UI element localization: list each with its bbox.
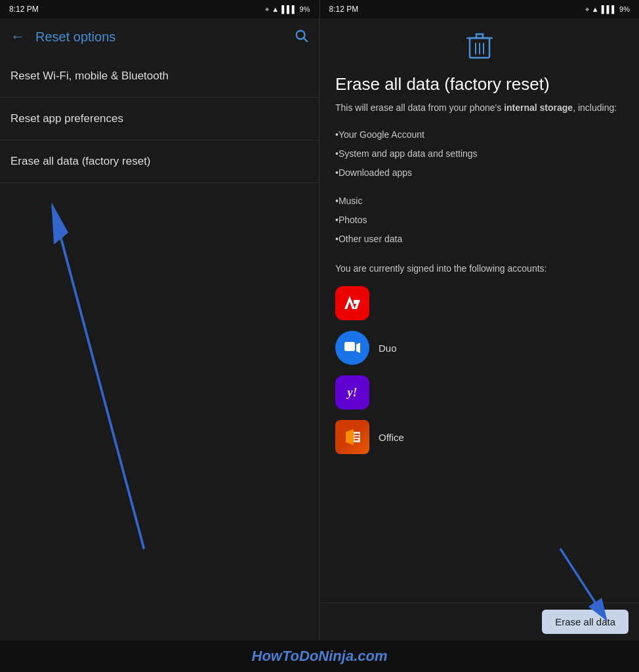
status-icons-left: ⌖ ▲ ▌▌▌ 9%: [265, 5, 310, 14]
data-items-list: •Your Google Account •System and app dat…: [335, 125, 623, 249]
office-label: Office: [379, 432, 404, 443]
factory-reset-description: This will erase all data from your phone…: [335, 101, 623, 115]
battery-label: 9%: [300, 5, 310, 13]
data-item-music: •Music: [335, 192, 623, 211]
trash-icon: [466, 32, 493, 66]
wifi-icon: ▲: [272, 5, 279, 13]
status-bar: 8:12 PM ⌖ ▲ ▌▌▌ 9% 8:12 PM ⌖ ▲ ▌▌▌ 9%: [0, 0, 639, 18]
svg-line-1: [304, 38, 307, 41]
menu-item-wifi[interactable]: Reset Wi-Fi, mobile & Bluetooth: [0, 55, 319, 98]
watermark-text: HowToDoNinja.com: [252, 648, 388, 665]
annotation-layer-left: [0, 183, 319, 640]
menu-item-factory-reset[interactable]: Erase all data (factory reset): [0, 140, 319, 183]
data-item-google: •Your Google Account: [335, 125, 623, 144]
wifi-icon-r: ▲: [592, 5, 599, 13]
watermark-bar: HowToDoNinja.com: [0, 640, 639, 672]
screen-left: ← Reset options Reset Wi-Fi, mobile & Bl…: [0, 18, 320, 640]
status-icons-right: ⌖ ▲ ▌▌▌ 9%: [585, 5, 630, 14]
bluetooth-icon-r: ⌖: [585, 5, 589, 14]
signal-icon-r: ▌▌▌: [602, 5, 617, 13]
factory-reset-title: Erase all data (factory reset): [335, 74, 623, 94]
account-adobe-row: [335, 286, 623, 320]
data-item-system: •System and app data and settings: [335, 144, 623, 163]
back-button[interactable]: ←: [10, 28, 25, 45]
status-bar-left: 8:12 PM ⌖ ▲ ▌▌▌ 9%: [0, 0, 320, 18]
duo-icon: [335, 331, 369, 365]
svg-rect-12: [344, 342, 355, 351]
data-item-userdata: •Other user data: [335, 230, 623, 249]
duo-label: Duo: [379, 343, 397, 354]
adobe-icon: [335, 286, 369, 320]
signal-icon: ▌▌▌: [281, 5, 297, 13]
accounts-description: You are currently signed into the follow…: [335, 262, 623, 276]
bottom-bar: Erase all data: [320, 602, 639, 640]
svg-line-3: [52, 206, 144, 549]
battery-label-r: 9%: [619, 5, 630, 13]
trash-icon-container: [335, 32, 623, 66]
search-button[interactable]: [294, 28, 308, 46]
erase-all-data-button[interactable]: Erase all data: [542, 610, 629, 634]
screen-right[interactable]: Erase all data (factory reset) This will…: [320, 18, 639, 640]
factory-reset-content: Erase all data (factory reset) This will…: [320, 18, 639, 640]
bluetooth-icon: ⌖: [265, 5, 269, 14]
accounts-section: You are currently signed into the follow…: [335, 262, 623, 454]
account-yahoo-row: y!: [335, 375, 623, 410]
toolbar-title: Reset options: [35, 30, 294, 45]
data-item-apps: •Downloaded apps: [335, 163, 623, 182]
office-icon: [335, 420, 369, 454]
account-duo-row: Duo: [335, 331, 623, 365]
status-bar-right: 8:12 PM ⌖ ▲ ▌▌▌ 9%: [320, 0, 640, 18]
toolbar: ← Reset options: [0, 18, 319, 55]
menu-item-app-prefs[interactable]: Reset app preferences: [0, 98, 319, 140]
time-left: 8:12 PM: [9, 5, 39, 14]
account-office-row: Office: [335, 420, 623, 454]
yahoo-icon: y!: [335, 375, 369, 410]
screens-container: ← Reset options Reset Wi-Fi, mobile & Bl…: [0, 18, 639, 640]
time-right: 8:12 PM: [329, 5, 359, 14]
menu-list: Reset Wi-Fi, mobile & Bluetooth Reset ap…: [0, 55, 319, 640]
data-item-photos: •Photos: [335, 211, 623, 230]
